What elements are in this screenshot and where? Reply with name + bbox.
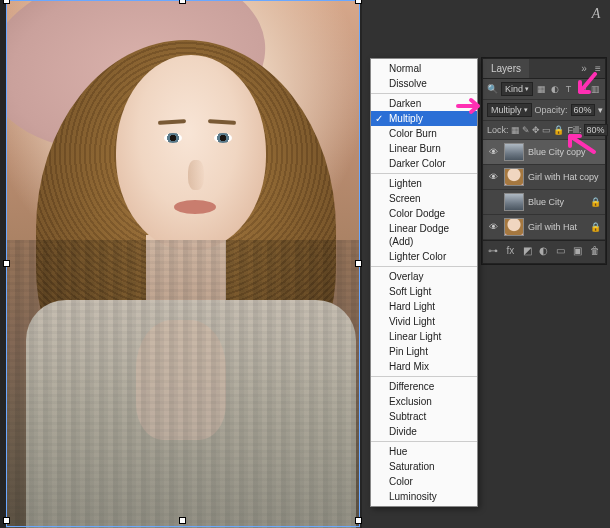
blend-mode-option-normal[interactable]: Normal	[371, 61, 477, 76]
layer-thumbnail[interactable]	[504, 168, 524, 186]
layer-fx-icon[interactable]: fx	[504, 245, 517, 259]
blend-mode-option-color-burn[interactable]: Color Burn	[371, 126, 477, 141]
city-overlay-layer	[6, 240, 360, 528]
blend-mode-option-luminosity[interactable]: Luminosity	[371, 489, 477, 504]
character-panel-icon[interactable]: A	[586, 4, 606, 24]
blend-mode-option-linear-dodge-add-[interactable]: Linear Dodge (Add)	[371, 221, 477, 249]
filter-pixel-icon[interactable]: ▦	[536, 83, 547, 95]
layer-mask-icon[interactable]: ◩	[521, 245, 534, 259]
layers-panel-footer: ⊶ fx ◩ ◐ ▭ ▣ 🗑	[483, 240, 605, 263]
new-layer-icon[interactable]: ▣	[571, 245, 584, 259]
opacity-value[interactable]: 60%	[571, 104, 595, 116]
blend-mode-option-lighter-color[interactable]: Lighter Color	[371, 249, 477, 264]
layer-thumbnail[interactable]	[504, 193, 524, 211]
blend-mode-dropdown[interactable]: Multiply▾	[487, 103, 532, 117]
layer-row[interactable]: 👁Girl with Hat copy	[483, 165, 605, 190]
layers-tab[interactable]: Layers	[483, 59, 529, 78]
filter-type-icon[interactable]: T	[563, 83, 574, 95]
face-shape	[116, 55, 266, 250]
blend-mode-option-dissolve[interactable]: Dissolve	[371, 76, 477, 91]
blend-mode-option-color-dodge[interactable]: Color Dodge	[371, 206, 477, 221]
canvas-workspace	[0, 0, 362, 528]
filter-kind-dropdown[interactable]: Kind▾	[501, 82, 533, 96]
blend-mode-option-hue[interactable]: Hue	[371, 444, 477, 459]
layer-name[interactable]: Girl with Hat copy	[528, 172, 602, 182]
link-layers-icon[interactable]: ⊶	[487, 245, 500, 259]
annotation-arrow-fill	[564, 132, 598, 156]
layer-thumbnail[interactable]	[504, 218, 524, 236]
blend-mode-option-vivid-light[interactable]: Vivid Light	[371, 314, 477, 329]
blend-mode-option-screen[interactable]: Screen	[371, 191, 477, 206]
blend-mode-option-soft-light[interactable]: Soft Light	[371, 284, 477, 299]
blend-mode-option-exclusion[interactable]: Exclusion	[371, 394, 477, 409]
annotation-arrow-opacity	[575, 72, 601, 100]
layer-lock-icon: 🔒	[590, 222, 602, 232]
filter-adjust-icon[interactable]: ◐	[550, 83, 561, 95]
group-icon[interactable]: ▭	[554, 245, 567, 259]
lock-all-icon[interactable]: 🔒	[553, 124, 564, 136]
blend-mode-option-hard-light[interactable]: Hard Light	[371, 299, 477, 314]
blend-opacity-row: Multiply▾ Opacity: 60% ▾	[483, 100, 605, 121]
layer-visibility-icon[interactable]: 👁	[486, 172, 500, 182]
blend-mode-option-saturation[interactable]: Saturation	[371, 459, 477, 474]
adjustment-layer-icon[interactable]: ◐	[538, 245, 551, 259]
annotation-arrow-blend	[456, 96, 486, 116]
blend-mode-option-divide[interactable]: Divide	[371, 424, 477, 439]
blend-mode-option-color[interactable]: Color	[371, 474, 477, 489]
search-icon[interactable]: 🔍	[487, 83, 498, 95]
blend-mode-option-darker-color[interactable]: Darker Color	[371, 156, 477, 171]
composite-image	[6, 0, 360, 528]
layer-visibility-icon[interactable]: 👁	[486, 222, 500, 232]
layer-name[interactable]: Girl with Hat	[528, 222, 586, 232]
lock-label: Lock:	[487, 125, 509, 135]
layer-visibility-icon[interactable]: 👁	[486, 147, 500, 157]
layer-lock-icon: 🔒	[590, 197, 602, 207]
lock-transparency-icon[interactable]: ▦	[511, 124, 520, 136]
delete-layer-icon[interactable]: 🗑	[588, 245, 601, 259]
blend-mode-option-lighten[interactable]: Lighten	[371, 176, 477, 191]
blend-mode-option-linear-light[interactable]: Linear Light	[371, 329, 477, 344]
blend-mode-option-hard-mix[interactable]: Hard Mix	[371, 359, 477, 374]
opacity-label: Opacity:	[535, 105, 568, 115]
layer-thumbnail[interactable]	[504, 143, 524, 161]
layer-name[interactable]: Blue City	[528, 197, 586, 207]
lock-position-icon[interactable]: ✥	[532, 124, 540, 136]
blend-mode-option-subtract[interactable]: Subtract	[371, 409, 477, 424]
document-canvas[interactable]	[6, 0, 360, 528]
blend-mode-option-pin-light[interactable]: Pin Light	[371, 344, 477, 359]
blend-mode-option-overlay[interactable]: Overlay	[371, 269, 477, 284]
blend-mode-option-linear-burn[interactable]: Linear Burn	[371, 141, 477, 156]
opacity-chevron-icon[interactable]: ▾	[598, 105, 603, 115]
lock-artboard-icon[interactable]: ▭	[542, 124, 551, 136]
layer-row[interactable]: 👁Girl with Hat🔒	[483, 215, 605, 240]
lock-brush-icon[interactable]: ✎	[522, 124, 530, 136]
blend-mode-menu[interactable]: NormalDissolveDarkenMultiplyColor BurnLi…	[370, 58, 478, 507]
layer-row[interactable]: Blue City🔒	[483, 190, 605, 215]
blend-mode-option-difference[interactable]: Difference	[371, 379, 477, 394]
